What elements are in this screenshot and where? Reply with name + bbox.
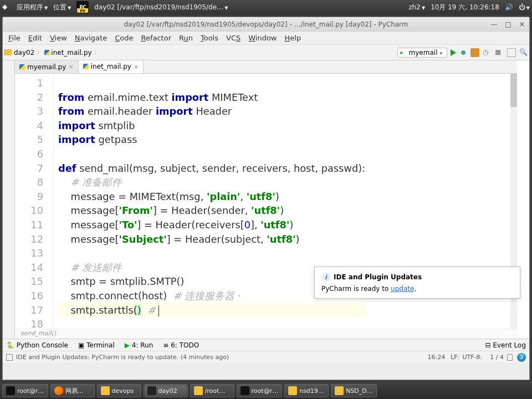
app-menu[interactable]: day02 [/var/ftp/nsd2019/nsd1905/de…▼ <box>94 3 228 11</box>
menu-navigate[interactable]: Navigate <box>71 33 110 43</box>
task-terminal-1[interactable]: root@r… <box>2 384 48 397</box>
code-breadcrumb[interactable]: send_mail() <box>15 329 517 339</box>
bottom-tool-stripe: 🐍 Python Console ▣ Terminal ▶ 4: Run ≡ 6… <box>3 339 529 351</box>
run-configuration-selector[interactable]: myemail <box>397 48 447 58</box>
firefox-icon <box>54 386 63 395</box>
minimize-button[interactable]: — <box>491 21 498 28</box>
terminal-tab[interactable]: ▣ Terminal <box>78 341 115 349</box>
scrollbar-thumb[interactable] <box>510 74 517 107</box>
close-button[interactable]: ✕ <box>519 21 525 28</box>
folder-icon <box>101 386 110 395</box>
close-icon[interactable]: × <box>68 63 73 70</box>
menu-help[interactable]: Help <box>282 33 305 43</box>
close-icon[interactable]: × <box>134 63 139 70</box>
pycharm-taskbar-icon: PCpy <box>76 1 89 13</box>
maximize-button[interactable]: □ <box>505 21 511 28</box>
task-pycharm[interactable]: day02 <box>144 384 188 397</box>
input-method-indicator[interactable]: zh2▼ <box>408 3 425 11</box>
stop-button[interactable]: ■ <box>495 48 504 57</box>
task-folder-root[interactable]: /root… <box>190 384 234 397</box>
task-folder-nsdd[interactable]: NSD_D… <box>331 384 377 397</box>
navigation-bar: day02 〉 inet_mail.py 〉 myemail ◷ ■ 🔍 <box>3 45 529 60</box>
menu-run[interactable]: Run <box>176 33 196 43</box>
folder-icon <box>335 386 344 395</box>
menu-file[interactable]: File <box>5 33 24 43</box>
menu-refactor[interactable]: Refactor <box>137 33 175 43</box>
chevron-right-icon: 〉 <box>94 49 100 57</box>
breadcrumb-root[interactable]: day02 <box>14 49 34 57</box>
layout-icon[interactable] <box>507 48 516 57</box>
info-icon: i <box>321 273 330 282</box>
desktop-taskbar: root@r… 网易… devops day02 /root… root@r… … <box>0 382 532 399</box>
coverage-icon[interactable] <box>470 48 479 57</box>
python-console-tab[interactable]: 🐍 Python Console <box>6 341 68 349</box>
lock-icon[interactable] <box>507 354 513 361</box>
task-terminal-2[interactable]: root@r… <box>237 384 283 397</box>
left-tool-stripe[interactable] <box>3 60 15 339</box>
desktop-top-panel: ◆ 应用程序▼ 位置▼ PCpy day02 [/var/ftp/nsd2019… <box>0 0 532 14</box>
status-message: IDE and Plugin Updates: PyCharm is ready… <box>16 354 229 361</box>
profile-icon[interactable]: ◷ <box>483 48 492 57</box>
gnome-icon: ◆ <box>2 3 11 12</box>
python-file-icon <box>44 50 50 55</box>
tab-myemail[interactable]: myemail.py × <box>15 60 79 73</box>
task-folder-devops[interactable]: devops <box>97 384 141 397</box>
pycharm-icon <box>147 386 156 395</box>
power-icon[interactable]: ⏻▼ <box>519 3 530 11</box>
terminal-icon <box>241 386 249 395</box>
task-folder-nsd19[interactable]: nsd19… <box>284 384 329 397</box>
window-titlebar[interactable]: day02 [/var/ftp/nsd2019/nsd1905/devops/d… <box>3 17 529 32</box>
folder-icon <box>288 386 297 395</box>
gutter[interactable]: 12 34 56 78 910 1112 1314 1516 1718 19 ▶ <box>15 74 54 329</box>
applications-menu[interactable]: 应用程序▼ <box>17 3 48 12</box>
update-notification: i IDE and Plugin Updates PyCharm is read… <box>314 267 520 299</box>
folder-icon <box>4 49 12 55</box>
update-link[interactable]: update <box>391 285 414 293</box>
breadcrumb-file[interactable]: inet_mail.py <box>51 49 91 57</box>
run-button[interactable] <box>451 49 456 56</box>
terminal-icon <box>6 386 15 395</box>
python-file-icon <box>83 64 89 69</box>
editor-tabs: myemail.py × inet_mail.py × <box>15 60 517 74</box>
todo-tab[interactable]: ≡ 6: TODO <box>163 341 199 349</box>
tab-inet-mail[interactable]: inet_mail.py × <box>79 60 144 73</box>
run-tab[interactable]: ▶ 4: Run <box>125 341 154 349</box>
status-time: 16:24 <box>428 354 446 361</box>
places-menu[interactable]: 位置▼ <box>53 3 71 12</box>
debug-button[interactable] <box>459 49 467 57</box>
status-bar: IDE and Plugin Updates: PyCharm is ready… <box>3 351 529 363</box>
hector-icon[interactable]: 3 <box>517 353 526 362</box>
chevron-right-icon: 〉 <box>37 49 42 57</box>
python-file-icon <box>19 64 25 70</box>
popup-title: IDE and Plugin Updates <box>334 273 422 281</box>
menu-vcs[interactable]: VCS <box>223 33 244 43</box>
status-line-sep[interactable]: LF: <box>451 354 459 361</box>
menu-bar: File Edit View Navigate Code Refactor Ru… <box>3 32 529 45</box>
status-position: 1 / 4 <box>490 354 504 361</box>
event-log-tab[interactable]: ⊟ Event Log <box>485 341 526 349</box>
search-icon[interactable]: 🔍 <box>519 48 528 57</box>
folder-icon <box>194 386 203 395</box>
clock[interactable]: 10月 19 六, 10:26:18 <box>431 3 499 12</box>
pycharm-window: day02 [/var/ftp/nsd2019/nsd1905/devops/d… <box>2 17 530 380</box>
status-encoding[interactable]: UTF-8: <box>463 354 483 361</box>
menu-view[interactable]: View <box>47 33 70 43</box>
volume-icon[interactable]: 🔊 <box>505 3 513 11</box>
menu-edit[interactable]: Edit <box>25 33 45 43</box>
popup-message: PyCharm is ready to update. <box>321 285 513 293</box>
tool-window-toggle-icon[interactable] <box>6 354 13 361</box>
menu-tools[interactable]: Tools <box>197 33 222 43</box>
task-firefox[interactable]: 网易… <box>50 384 95 397</box>
menu-code[interactable]: Code <box>111 33 136 43</box>
window-title: day02 [/var/ftp/nsd2019/nsd1905/devops/d… <box>124 21 408 28</box>
menu-window[interactable]: Window <box>245 33 280 43</box>
